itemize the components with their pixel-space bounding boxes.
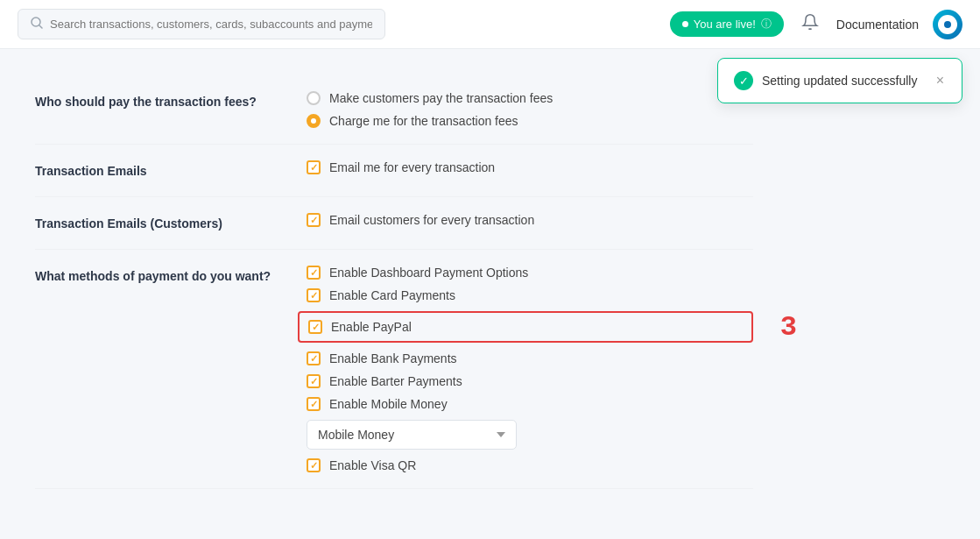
checkbox-email-customers-box: ✓	[307, 213, 321, 227]
fees-label: Who should pay the transaction fees?	[35, 91, 289, 111]
checkbox-barter-box: ✓	[307, 374, 321, 388]
transaction-emails-customers-options: ✓ Email customers for every transaction	[307, 213, 753, 227]
payment-methods-options: ✓ Enable Dashboard Payment Options ✓ Ena…	[307, 266, 753, 472]
checkbox-visa-qr[interactable]: ✓ Enable Visa QR	[307, 458, 753, 472]
transaction-emails-options: ✓ Email me for every transaction	[307, 160, 753, 174]
checkbox-bank[interactable]: ✓ Enable Bank Payments	[307, 351, 753, 365]
checkbox-mobile-money-label: Enable Mobile Money	[329, 397, 448, 411]
checkmark-icon-2: ✓	[310, 215, 318, 226]
toast-close-button[interactable]: ×	[934, 73, 946, 89]
notifications-button[interactable]	[798, 10, 822, 39]
checkbox-visa-qr-box: ✓	[307, 458, 321, 472]
payment-methods-label: What methods of payment do you want?	[35, 266, 289, 286]
toast-message: Setting updated successfully	[762, 74, 926, 88]
live-badge-label: You are live!	[694, 18, 756, 31]
checkbox-dashboard-label: Enable Dashboard Payment Options	[329, 266, 528, 280]
live-badge[interactable]: You are live! ⓘ	[670, 11, 784, 37]
main-content: Who should pay the transaction fees? Mak…	[0, 49, 788, 515]
checkbox-dashboard[interactable]: ✓ Enable Dashboard Payment Options	[307, 266, 753, 280]
checkbox-dashboard-box: ✓	[307, 266, 321, 280]
checkbox-paypal-label: Enable PayPal	[331, 320, 412, 334]
radio-customers[interactable]: Make customers pay the transaction fees	[307, 91, 753, 105]
avatar-dot	[944, 21, 951, 28]
transaction-emails-customers-label: Transaction Emails (Customers)	[35, 213, 289, 233]
checkbox-mobile-money-box: ✓	[307, 397, 321, 411]
svg-line-1	[39, 25, 42, 28]
documentation-link[interactable]: Documentation	[836, 18, 919, 32]
checkmark-icon-barter: ✓	[310, 376, 318, 387]
radio-customers-circle	[307, 91, 321, 105]
transaction-emails-section: Transaction Emails ✓ Email me for every …	[35, 145, 753, 197]
checkbox-bank-box: ✓	[307, 351, 321, 365]
checkbox-barter-label: Enable Barter Payments	[329, 374, 462, 388]
search-container	[18, 9, 385, 39]
radio-customers-label: Make customers pay the transaction fees	[329, 91, 553, 105]
checkmark-icon-visa-qr: ✓	[310, 460, 318, 472]
checkbox-email-me-box: ✓	[307, 160, 321, 174]
radio-me[interactable]: Charge me for the transaction fees	[307, 114, 753, 128]
info-icon: ⓘ	[761, 17, 772, 32]
checkmark-icon-card: ✓	[310, 290, 318, 301]
live-dot	[682, 21, 688, 27]
paypal-row-wrapper: ✓ Enable PayPal 3	[307, 311, 753, 343]
checkbox-card[interactable]: ✓ Enable Card Payments	[307, 288, 753, 302]
checkbox-barter[interactable]: ✓ Enable Barter Payments	[307, 374, 753, 388]
fees-options: Make customers pay the transaction fees …	[307, 91, 753, 128]
navbar: You are live! ⓘ Documentation ✓ Setting …	[0, 0, 980, 49]
mobile-money-select[interactable]: Mobile Money MTN Vodafone Airtel	[307, 420, 517, 450]
checkbox-visa-qr-label: Enable Visa QR	[329, 458, 416, 472]
paypal-highlight-box: ✓ Enable PayPal	[298, 311, 753, 343]
toast-check-icon: ✓	[734, 71, 753, 90]
checkbox-mobile-money[interactable]: ✓ Enable Mobile Money	[307, 397, 753, 411]
fees-section: Who should pay the transaction fees? Mak…	[35, 75, 753, 145]
nav-right: You are live! ⓘ Documentation	[670, 10, 962, 39]
search-icon	[31, 17, 43, 32]
checkbox-email-me[interactable]: ✓ Email me for every transaction	[307, 160, 753, 174]
checkbox-paypal[interactable]: ✓ Enable PayPal	[308, 320, 743, 334]
payment-methods-section: What methods of payment do you want? ✓ E…	[35, 250, 753, 489]
checkmark-icon-dashboard: ✓	[310, 267, 318, 279]
checkbox-email-customers-label: Email customers for every transaction	[329, 213, 534, 227]
checkbox-card-box: ✓	[307, 288, 321, 302]
transaction-emails-customers-section: Transaction Emails (Customers) ✓ Email c…	[35, 197, 753, 250]
avatar-inner	[938, 15, 957, 34]
checkmark-icon-paypal: ✓	[312, 322, 320, 333]
checkbox-card-label: Enable Card Payments	[329, 288, 455, 302]
avatar[interactable]	[933, 10, 962, 39]
radio-me-label: Charge me for the transaction fees	[329, 114, 518, 128]
toast-notification: ✓ Setting updated successfully ×	[717, 58, 962, 103]
checkbox-email-customers[interactable]: ✓ Email customers for every transaction	[307, 213, 753, 227]
checkbox-paypal-box: ✓	[308, 320, 322, 334]
checkbox-bank-label: Enable Bank Payments	[329, 351, 457, 365]
checkbox-email-me-label: Email me for every transaction	[329, 160, 495, 174]
checkmark-icon: ✓	[310, 162, 318, 174]
step-number-3: 3	[780, 311, 797, 344]
checkmark-icon-mobile-money: ✓	[310, 399, 318, 410]
transaction-emails-label: Transaction Emails	[35, 160, 289, 181]
radio-me-circle	[307, 114, 321, 128]
checkmark-icon-bank: ✓	[310, 353, 318, 365]
search-input[interactable]	[50, 18, 372, 31]
